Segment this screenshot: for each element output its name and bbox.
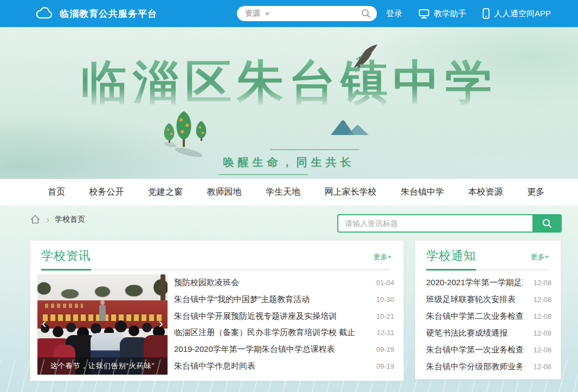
mountains-illustration — [330, 117, 370, 137]
monitor-icon — [419, 9, 429, 19]
topbar: 临淄教育公共服务平台 资源 登录 教学助手 — [0, 0, 578, 27]
article-search — [337, 214, 562, 233]
breadcrumb-current[interactable]: 学校首页 — [55, 215, 85, 224]
notice-title: 学校通知 — [426, 248, 476, 264]
breadcrumb-separator: › — [46, 215, 49, 224]
news-title-rule — [41, 269, 390, 271]
main-nav: 首页 校务公开 党建之窗 教师园地 学生天地 网上家长学校 朱台镇中学 本校资源… — [0, 179, 578, 206]
notice-row[interactable]: 朱台镇中学分级部教师业务展 12-08 — [426, 358, 551, 375]
topbar-actions: 登录 教学助手 人人通空间APP — [386, 0, 551, 27]
nav-item-school-resources[interactable]: 本校资源 — [468, 187, 503, 198]
news-row[interactable]: 2019-2020学年第一学期朱台镇中学总课程表 09-19 — [174, 341, 394, 358]
carousel-next-arrow[interactable]: › — [158, 316, 163, 330]
page: 临淄教育公共服务平台 资源 登录 教学助手 — [0, 0, 578, 392]
photo-trees — [37, 278, 168, 301]
news-more-link[interactable]: 更多+ — [373, 252, 391, 262]
notice-row[interactable]: 硬笔书法比赛成绩通报 12-08 — [426, 325, 551, 342]
news-row[interactable]: 预防校园欺凌班会 01-04 — [174, 274, 394, 291]
news-carousel[interactable]: 这个春节，让我们告别“火药味” ‹ › — [37, 274, 168, 375]
platform-brand[interactable]: 临淄教育公共服务平台 — [36, 0, 157, 27]
slogan-rule-top — [270, 149, 359, 150]
slogan-rule-bottom — [219, 174, 308, 175]
carousel-prev-arrow[interactable]: ‹ — [42, 316, 47, 330]
nav-item-more[interactable]: 更多 — [527, 187, 544, 198]
photo-speaker — [99, 305, 106, 321]
app-button[interactable]: 人人通空间APP — [483, 8, 551, 19]
search-category-dropdown[interactable]: 资源 — [245, 9, 260, 18]
topbar-search-input[interactable] — [274, 10, 361, 18]
breadcrumb: › 学校首页 — [30, 214, 85, 224]
platform-title: 临淄教育公共服务平台 — [60, 8, 157, 20]
news-row[interactable]: 朱台镇中学开展预防近视专题讲座及实操培训 10-21 — [174, 308, 394, 325]
home-icon[interactable] — [30, 214, 41, 224]
nav-item-students[interactable]: 学生天地 — [266, 187, 300, 198]
notice-card: 学校通知 更多+ 2020-2021学年第一学期足球 12-08 班级足球联赛轮… — [415, 240, 561, 380]
nav-item-home[interactable]: 首页 — [48, 187, 65, 198]
content-area: › 学校首页 学校资讯 更多+ — [0, 206, 578, 392]
article-search-button[interactable] — [532, 214, 562, 233]
notice-card-header: 学校通知 更多+ — [415, 241, 561, 271]
notice-title-rule — [426, 269, 548, 271]
phone-icon — [483, 8, 490, 19]
nav-item-school-affairs[interactable]: 校务公开 — [89, 187, 124, 198]
slogan-text: 唤醒生命，同生共长 — [223, 155, 355, 170]
notice-row[interactable]: 2020-2021学年第一学期足球 12-08 — [426, 274, 551, 291]
news-card-header: 学校资讯 更多+ — [30, 241, 403, 271]
nav-item-parents-school[interactable]: 网上家长学校 — [325, 187, 377, 198]
news-card: 学校资讯 更多+ 这个春节，让我们告别“火药味” ‹ › — [30, 240, 404, 381]
notice-row[interactable]: 朱台镇中学第二次业务检查的 12-08 — [426, 308, 551, 325]
login-button[interactable]: 登录 — [386, 9, 402, 19]
search-icon[interactable] — [361, 8, 371, 19]
notice-row[interactable]: 朱台镇中学第一次业务检查的 12-08 — [426, 342, 551, 358]
nav-item-party-building[interactable]: 党建之窗 — [148, 187, 183, 198]
article-search-input[interactable] — [337, 214, 532, 233]
news-row[interactable]: 朱台镇中学“我的中国梦”主题教育活动 10-30 — [174, 291, 394, 308]
nav-item-zhutai-school[interactable]: 朱台镇中学 — [401, 187, 444, 198]
news-row[interactable]: 临淄区注册（备案）民办非学历教育培训学校 截止2019 12-11 — [174, 324, 394, 341]
chevron-down-icon — [265, 12, 270, 16]
news-list: 预防校园欺凌班会 01-04 朱台镇中学“我的中国梦”主题教育活动 10-30 … — [174, 274, 394, 375]
photo-crowd — [54, 345, 75, 375]
cloud-icon — [36, 7, 53, 20]
teaching-assistant-button[interactable]: 教学助手 — [419, 9, 466, 19]
notice-row[interactable]: 班级足球联赛轮次安排表 12-08 — [426, 291, 551, 308]
news-title: 学校资讯 — [41, 248, 91, 264]
notice-more-link[interactable]: 更多+ — [530, 252, 549, 262]
school-banner: 临淄区朱台镇中学 唤醒生命，同生共 — [0, 27, 578, 179]
topbar-search[interactable]: 资源 — [237, 6, 377, 21]
nav-item-teachers[interactable]: 教师园地 — [207, 187, 242, 198]
slogan-block: 唤醒生命，同生共长 — [0, 149, 578, 175]
photo-crowd — [144, 335, 168, 375]
carousel-caption: 这个春节，让我们告别“火药味” — [37, 357, 168, 375]
notice-list: 2020-2021学年第一学期足球 12-08 班级足球联赛轮次安排表 12-0… — [426, 274, 551, 375]
school-name: 临淄区朱台镇中学 — [0, 57, 578, 108]
news-row[interactable]: 朱台镇中学作息时间表 09-19 — [174, 358, 394, 375]
